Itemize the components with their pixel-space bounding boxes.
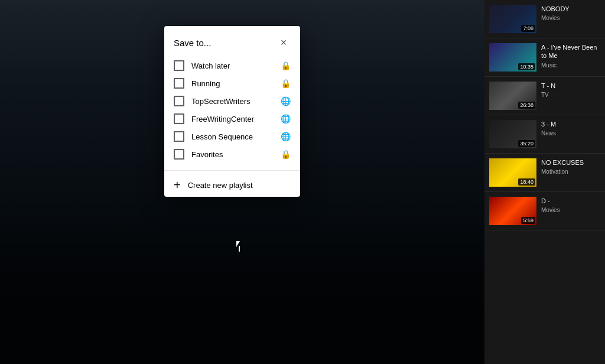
modal-title: Save to... xyxy=(174,38,211,48)
checkbox-watch-later[interactable] xyxy=(174,60,184,71)
duration-video-5: 18:40 xyxy=(518,178,535,186)
item-icon-free-writing-center: 🌐 xyxy=(281,114,291,124)
sidebar-item-video-1[interactable]: 7:08 NOBODY Movies xyxy=(484,0,605,38)
checkbox-running[interactable] xyxy=(174,78,184,89)
sidebar-item-video-5[interactable]: 18:40 NO EXCUSES Motivation xyxy=(484,154,605,192)
checkbox-free-writing-center[interactable] xyxy=(174,113,184,124)
info-video-1: NOBODY Movies xyxy=(541,5,600,21)
playlist-item-favorites[interactable]: Favorites 🔒 xyxy=(164,145,300,163)
playlist-item-running[interactable]: Running 🔒 xyxy=(164,74,300,92)
duration-video-1: 7:08 xyxy=(521,25,535,32)
modal-divider xyxy=(164,170,300,171)
item-icon-running: 🔒 xyxy=(281,79,291,88)
channel-video-4: News xyxy=(541,130,600,136)
channel-video-3: TV xyxy=(541,92,600,98)
info-video-6: D - Movies xyxy=(541,197,600,213)
thumb-video-3: 26:38 xyxy=(489,82,536,110)
item-label-watch-later: Watch later xyxy=(191,61,274,70)
duration-video-3: 26:38 xyxy=(518,102,535,109)
info-video-2: A - I've Never Been to Me Music xyxy=(541,43,600,69)
title-video-2: A - I've Never Been to Me xyxy=(541,43,600,60)
item-label-free-writing-center: FreeWritingCenter xyxy=(191,115,274,124)
item-icon-top-secret-writers: 🌐 xyxy=(281,96,291,106)
save-to-modal: Save to... × Watch later 🔒 Running 🔒 Top… xyxy=(164,26,300,197)
thumb-video-1: 7:08 xyxy=(489,5,536,33)
item-label-top-secret-writers: TopSecretWriters xyxy=(191,97,274,106)
sidebar-item-video-6[interactable]: 5:59 D - Movies xyxy=(484,192,605,230)
plus-icon: + xyxy=(174,179,181,191)
checkbox-lesson-sequence[interactable] xyxy=(174,131,184,142)
close-button[interactable]: × xyxy=(277,35,291,50)
item-label-lesson-sequence: Lesson Sequence xyxy=(191,132,274,141)
info-video-3: T - N TV xyxy=(541,82,600,98)
sidebar-item-video-3[interactable]: 26:38 T - N TV xyxy=(484,77,605,115)
create-new-label: Create new playlist xyxy=(188,181,253,190)
title-video-3: T - N xyxy=(541,82,600,90)
item-label-favorites: Favorites xyxy=(191,150,274,159)
playlist-item-watch-later[interactable]: Watch later 🔒 xyxy=(164,57,300,74)
thumb-video-5: 18:40 xyxy=(489,158,536,187)
modal-header: Save to... × xyxy=(164,26,300,57)
thumb-video-4: 35:20 xyxy=(489,120,536,148)
duration-video-4: 35:20 xyxy=(518,140,535,147)
channel-video-6: Movies xyxy=(541,207,600,213)
duration-video-6: 5:59 xyxy=(521,217,535,224)
checkbox-top-secret-writers[interactable] xyxy=(174,96,184,106)
item-icon-lesson-sequence: 🌐 xyxy=(281,132,291,141)
sidebar: 7:08 NOBODY Movies 10:35 A - I've Never … xyxy=(484,0,605,364)
channel-video-5: Motivation xyxy=(541,168,600,175)
title-video-5: NO EXCUSES xyxy=(541,158,600,167)
create-new-playlist-item[interactable]: + Create new playlist xyxy=(164,173,300,197)
sidebar-item-video-4[interactable]: 35:20 3 - M News xyxy=(484,115,605,154)
playlist-item-free-writing-center[interactable]: FreeWritingCenter 🌐 xyxy=(164,110,300,128)
channel-video-1: Movies xyxy=(541,15,600,21)
thumb-video-2: 10:35 xyxy=(489,43,536,72)
sidebar-item-video-2[interactable]: 10:35 A - I've Never Been to Me Music xyxy=(484,38,605,77)
title-video-4: 3 - M xyxy=(541,120,600,128)
title-video-6: D - xyxy=(541,197,600,205)
playlist-list: Watch later 🔒 Running 🔒 TopSecretWriters… xyxy=(164,57,300,168)
thumb-video-6: 5:59 xyxy=(489,197,536,225)
playlist-item-top-secret-writers[interactable]: TopSecretWriters 🌐 xyxy=(164,92,300,110)
modal-backdrop: Save to... × Watch later 🔒 Running 🔒 Top… xyxy=(0,0,484,364)
item-icon-favorites: 🔒 xyxy=(281,150,291,159)
title-video-1: NOBODY xyxy=(541,5,600,13)
info-video-5: NO EXCUSES Motivation xyxy=(541,158,600,175)
channel-video-2: Music xyxy=(541,62,600,69)
duration-video-2: 10:35 xyxy=(518,63,535,70)
item-label-running: Running xyxy=(191,79,274,88)
info-video-4: 3 - M News xyxy=(541,120,600,136)
playlist-item-lesson-sequence[interactable]: Lesson Sequence 🌐 xyxy=(164,128,300,145)
item-icon-watch-later: 🔒 xyxy=(281,61,291,70)
checkbox-favorites[interactable] xyxy=(174,149,184,160)
